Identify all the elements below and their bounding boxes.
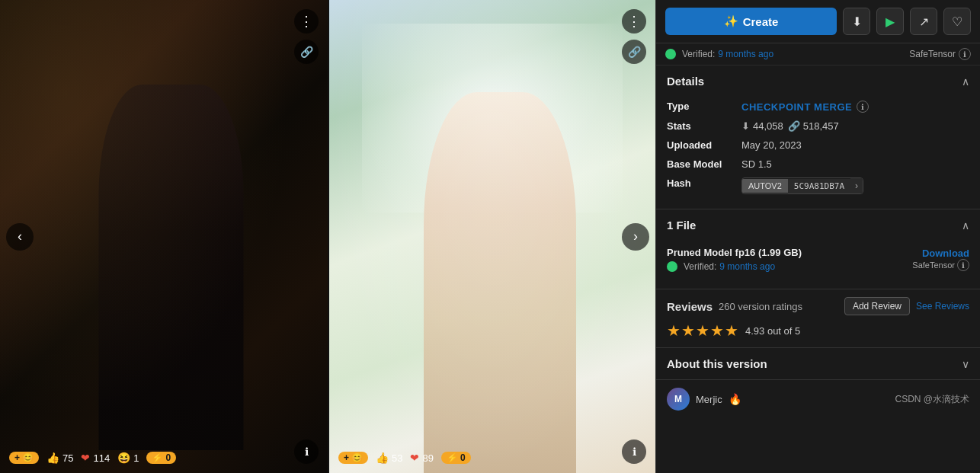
- thumbs-icon-2: 👍: [376, 452, 389, 464]
- thumbs-stat: 👍 75: [46, 452, 73, 464]
- stats-label: Stats: [667, 120, 735, 132]
- verified-time-link[interactable]: 9 months ago: [718, 49, 773, 59]
- figure-dark: [99, 85, 244, 450]
- heart-button[interactable]: ♡: [943, 8, 971, 35]
- hash-tab-autov2[interactable]: AUTOV2: [742, 179, 788, 193]
- hash-label: Hash: [667, 177, 735, 189]
- reviews-label: Reviews: [667, 300, 713, 313]
- download-button[interactable]: ⬇: [843, 8, 870, 35]
- details-section-header[interactable]: Details ∧: [656, 66, 980, 97]
- file-meta: Download SafeTensor ℹ: [912, 247, 969, 271]
- type-info-icon[interactable]: ℹ: [857, 101, 869, 113]
- about-section-header[interactable]: About this version ∨: [656, 348, 980, 379]
- link-stat-icon: 🔗: [788, 120, 800, 132]
- downloads-stat: ⬇ 44,058: [741, 120, 783, 132]
- comment-note: CSDN @水滴技术: [895, 393, 969, 406]
- base-model-row: Base Model SD 1.5: [667, 155, 969, 174]
- image-link-button-2[interactable]: 🔗: [622, 40, 646, 64]
- add-stat-2: + 😊: [338, 452, 368, 464]
- stars-row: ★★★★★ 4.93 out of 5: [656, 318, 980, 347]
- about-title: About this version: [667, 357, 767, 370]
- download-stat-icon: ⬇: [741, 120, 750, 132]
- hash-copy-button[interactable]: ›: [850, 178, 863, 193]
- file-safe-tensor-label: SafeTensor: [912, 260, 955, 270]
- image-2: [329, 0, 655, 473]
- action-bar: ✨ Create ⬇ ▶ ↗ ♡: [656, 0, 980, 43]
- figure-light: [424, 92, 576, 473]
- bottom-row: M Merjic 🔥 CSDN @水滴技术: [656, 380, 980, 418]
- create-icon: ✨: [724, 14, 738, 28]
- file-item: Pruned Model fp16 (1.99 GB) Verified: 9 …: [667, 241, 969, 278]
- file-safe-info-icon[interactable]: ℹ: [957, 259, 969, 271]
- safe-tensor-info-icon[interactable]: ℹ: [959, 48, 971, 60]
- type-badge: CHECKPOINT MERGE: [741, 101, 852, 113]
- laugh-count: 1: [133, 452, 139, 464]
- files-section-header[interactable]: 1 File ∧: [656, 209, 980, 241]
- heart-stat: ❤ 114: [81, 452, 110, 464]
- bolt-icon-1: ⚡: [152, 452, 163, 463]
- username-label: Merjic: [696, 394, 722, 405]
- bolt-badge-1: ⚡ 0: [146, 452, 176, 464]
- links-stat: 🔗 518,457: [788, 120, 839, 132]
- file-info: Pruned Model fp16 (1.99 GB) Verified: 9 …: [667, 247, 802, 272]
- file-safe-label: SafeTensor ℹ: [912, 259, 969, 271]
- verified-label: Verified:: [682, 49, 715, 59]
- type-row: Type CHECKPOINT MERGE ℹ: [667, 97, 969, 117]
- image-slot-2: ⋮ 🔗 › + 😊 👍 53 ❤ 89 ⚡ 0: [329, 0, 655, 473]
- bolt-icon-2: ⚡: [447, 452, 458, 463]
- base-model-value: SD 1.5: [741, 158, 772, 170]
- thumbs-count-2: 53: [392, 452, 402, 464]
- uploaded-label: Uploaded: [667, 139, 735, 151]
- add-review-button[interactable]: Add Review: [844, 297, 910, 315]
- image-link-button[interactable]: 🔗: [294, 40, 319, 64]
- share-button[interactable]: ↗: [910, 8, 937, 35]
- heart-icon-2: ❤: [410, 452, 419, 464]
- details-body: Type CHECKPOINT MERGE ℹ Stats ⬇ 44,058 🔗: [656, 97, 980, 209]
- download-link[interactable]: Download: [922, 248, 969, 259]
- verified-info: Verified: 9 months ago: [665, 49, 773, 59]
- reviews-title-group: Reviews 260 version ratings: [667, 300, 802, 313]
- type-value-group: CHECKPOINT MERGE ℹ: [741, 101, 869, 113]
- image-1: [0, 0, 328, 473]
- files-title: 1 File: [667, 219, 696, 232]
- heart-stat-2: ❤ 89: [410, 452, 433, 464]
- hash-value-group: AUTOV2 5C9A81DB7A ›: [741, 177, 863, 194]
- smile-icon-2: 😊: [351, 452, 363, 463]
- bolt-badge-2: ⚡ 0: [441, 452, 471, 464]
- safe-tensor-label: SafeTensor: [909, 49, 956, 59]
- prev-image-button[interactable]: ‹: [6, 223, 34, 251]
- avatar-initials: M: [674, 394, 682, 404]
- play-button[interactable]: ▶: [876, 8, 904, 35]
- add-stat: + 😊: [9, 452, 39, 464]
- bolt-count-2: 0: [460, 452, 466, 463]
- file-verified-time[interactable]: 9 months ago: [719, 261, 775, 272]
- create-button[interactable]: ✨ Create: [665, 8, 837, 35]
- see-reviews-link[interactable]: See Reviews: [916, 297, 969, 315]
- image-info-button-1[interactable]: ℹ: [294, 439, 319, 464]
- image-menu-button[interactable]: ⋮: [294, 9, 319, 34]
- files-body: Pruned Model fp16 (1.99 GB) Verified: 9 …: [656, 241, 980, 289]
- next-image-button[interactable]: ›: [622, 223, 649, 251]
- type-label: Type: [667, 101, 735, 112]
- heart-count: 114: [93, 452, 110, 464]
- files-chevron-icon: ∧: [962, 219, 969, 232]
- image-menu-button-2[interactable]: ⋮: [622, 9, 646, 34]
- laugh-icon: 😆: [117, 452, 130, 464]
- reviews-header: Reviews 260 version ratings Add Review S…: [656, 289, 980, 318]
- smile-icon: 😊: [22, 452, 34, 463]
- fire-icon: 🔥: [729, 393, 741, 405]
- file-verified-row: Verified: 9 months ago: [667, 261, 802, 272]
- reviews-count: 260 version ratings: [719, 301, 802, 312]
- verified-row: Verified: 9 months ago SafeTensor ℹ: [656, 43, 980, 66]
- image-1-stats: + 😊 👍 75 ❤ 114 😆 1 ⚡ 0: [9, 452, 176, 464]
- heart-icon: ♡: [952, 14, 962, 29]
- reviews-section: Reviews 260 version ratings Add Review S…: [656, 289, 980, 348]
- add-badge-2: + 😊: [338, 452, 368, 464]
- links-count: 518,457: [803, 120, 839, 132]
- heart-count-2: 89: [422, 452, 433, 464]
- hash-group: AUTOV2 5C9A81DB7A ›: [741, 177, 863, 194]
- image-info-button-2[interactable]: ℹ: [622, 439, 646, 464]
- hash-value-display: 5C9A81DB7A: [788, 179, 850, 193]
- about-chevron-icon: ∨: [962, 358, 969, 370]
- reviews-actions: Add Review See Reviews: [844, 297, 969, 315]
